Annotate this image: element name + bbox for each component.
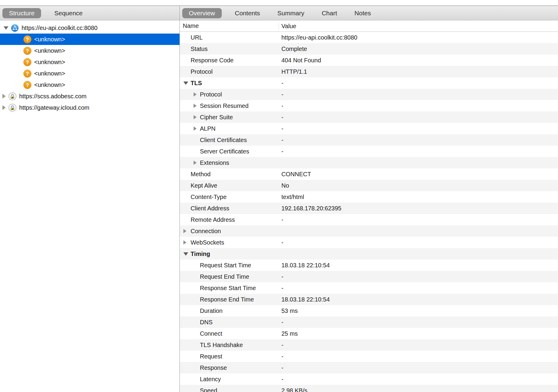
disclosure-triangle-icon[interactable] — [183, 82, 188, 85]
table-row[interactable]: Connect25 ms — [180, 328, 558, 339]
row-value: CONNECT — [279, 171, 558, 178]
row-value: 404 Not Found — [279, 57, 558, 64]
row-value: 53 ms — [279, 307, 558, 314]
disclosure-triangle-icon[interactable] — [183, 252, 188, 256]
row-name: Request End Time — [180, 273, 279, 280]
tree-row-host[interactable]: https://gateway.icloud.com — [0, 102, 180, 113]
table-header: Name Value — [180, 20, 558, 32]
table-row[interactable]: Timing — [180, 248, 558, 260]
tree-row-request[interactable]: ?<unknown> — [0, 34, 180, 45]
tree-item-label: https://scss.adobesc.com — [19, 93, 87, 100]
disclosure-triangle-icon[interactable] — [183, 229, 186, 233]
row-name-label: Latency — [200, 376, 221, 383]
table-row[interactable]: StatusComplete — [180, 43, 558, 55]
table-row[interactable]: Response Start Time- — [180, 282, 558, 294]
row-name: Protocol — [180, 91, 279, 98]
row-name: Remote Address — [180, 216, 279, 223]
table-row[interactable]: Request End Time- — [180, 271, 558, 282]
row-name-label: Response Code — [191, 57, 233, 64]
tree-item-label: <unknown> — [34, 70, 65, 77]
column-header-value: Value — [279, 22, 558, 30]
disclosure-triangle-icon[interactable] — [4, 26, 8, 30]
row-name: Request Start Time — [180, 262, 279, 269]
disclosure-triangle-icon[interactable] — [2, 94, 6, 99]
row-name-label: Request Start Time — [200, 262, 251, 269]
table-row[interactable]: Connection — [180, 225, 558, 237]
table-row[interactable]: MethodCONNECT — [180, 168, 558, 180]
question-icon: ? — [23, 47, 31, 55]
tab-notes[interactable]: Notes — [350, 8, 375, 18]
table-row[interactable]: Response Code404 Not Found — [180, 55, 558, 66]
table-row[interactable]: Cipher Suite- — [180, 111, 558, 123]
table-row[interactable]: Content-Typetext/html — [180, 191, 558, 203]
disclosure-triangle-icon[interactable] — [183, 240, 186, 245]
row-name: Status — [180, 46, 279, 52]
table-row[interactable]: Request- — [180, 351, 558, 362]
tree-row-host[interactable]: https://eu-api.coolkit.cc:8080 — [0, 22, 180, 34]
row-value: - — [279, 364, 558, 371]
row-name: Client Certificates — [180, 137, 279, 144]
table-row[interactable]: Response- — [180, 362, 558, 373]
tree-item-label: https://eu-api.coolkit.cc:8080 — [22, 25, 97, 31]
table-row[interactable]: Kept AliveNo — [180, 180, 558, 191]
tab-sequence[interactable]: Sequence — [50, 8, 87, 18]
lock-icon — [8, 104, 16, 112]
table-row[interactable]: Request Start Time18.03.18 22:10:54 — [180, 260, 558, 271]
table-row[interactable]: DNS- — [180, 316, 558, 328]
disclosure-triangle-icon[interactable] — [194, 161, 197, 165]
disclosure-triangle-icon[interactable] — [194, 115, 197, 119]
table-row[interactable]: Speed2.98 KB/s — [180, 385, 558, 392]
row-name-label: Response — [200, 364, 227, 371]
tree-row-host[interactable]: https://scss.adobesc.com — [0, 91, 180, 102]
table-row[interactable]: ProtocolHTTP/1.1 — [180, 66, 558, 77]
request-tree: https://eu-api.coolkit.cc:8080?<unknown>… — [0, 20, 180, 392]
tree-row-request[interactable]: ?<unknown> — [0, 68, 180, 79]
row-name-label: Cipher Suite — [200, 114, 233, 121]
table-row[interactable]: ALPN- — [180, 123, 558, 134]
table-row[interactable]: TLS- — [180, 77, 558, 89]
tree-row-request[interactable]: ?<unknown> — [0, 45, 180, 56]
table-row[interactable]: Client Address192.168.178.20:62395 — [180, 203, 558, 214]
table-row[interactable]: TLS Handshake- — [180, 339, 558, 351]
tree-item-label: <unknown> — [34, 47, 65, 54]
table-row[interactable]: Server Certificates- — [180, 146, 558, 157]
row-value: HTTP/1.1 — [279, 68, 558, 75]
row-name-label: Response End Time — [200, 296, 254, 303]
row-name: TLS — [180, 80, 279, 87]
table-row[interactable]: WebSockets- — [180, 237, 558, 248]
row-name: Connect — [180, 330, 279, 337]
row-name: Response Code — [180, 57, 279, 64]
table-row[interactable]: URLhttps://eu-api.coolkit.cc:8080 — [180, 32, 558, 43]
tab-structure[interactable]: Structure — [2, 8, 41, 18]
table-row[interactable]: Response End Time18.03.18 22:10:54 — [180, 294, 558, 305]
table-row[interactable]: Extensions — [180, 157, 558, 168]
row-name: WebSockets — [180, 239, 279, 246]
table-row[interactable]: Client Certificates- — [180, 134, 558, 146]
table-row[interactable]: Remote Address- — [180, 214, 558, 225]
tab-summary[interactable]: Summary — [273, 8, 309, 18]
tab-chart[interactable]: Chart — [317, 8, 341, 18]
table-row[interactable]: Duration53 ms — [180, 305, 558, 316]
disclosure-triangle-icon[interactable] — [194, 92, 197, 97]
row-name-label: Client Address — [191, 205, 229, 212]
table-row[interactable]: Protocol- — [180, 89, 558, 100]
tab-contents[interactable]: Contents — [231, 8, 264, 18]
svg-text:?: ? — [26, 82, 29, 88]
tree-row-request[interactable]: ?<unknown> — [0, 56, 180, 68]
disclosure-triangle-icon[interactable] — [194, 126, 197, 131]
row-name-label: Request — [200, 353, 222, 360]
tab-overview[interactable]: Overview — [182, 8, 222, 18]
table-row[interactable]: Latency- — [180, 373, 558, 385]
row-value: - — [279, 125, 558, 132]
row-value: - — [279, 91, 558, 98]
question-icon: ? — [23, 58, 31, 66]
row-value: - — [279, 319, 558, 326]
disclosure-triangle-icon[interactable] — [194, 104, 197, 108]
question-icon: ? — [23, 81, 31, 89]
disclosure-triangle-icon[interactable] — [2, 105, 6, 110]
tree-row-request[interactable]: ?<unknown> — [0, 79, 180, 91]
row-name-label: URL — [191, 34, 203, 41]
row-name: Request — [180, 353, 279, 360]
table-row[interactable]: Session Resumed- — [180, 100, 558, 111]
row-value: - — [279, 114, 558, 121]
